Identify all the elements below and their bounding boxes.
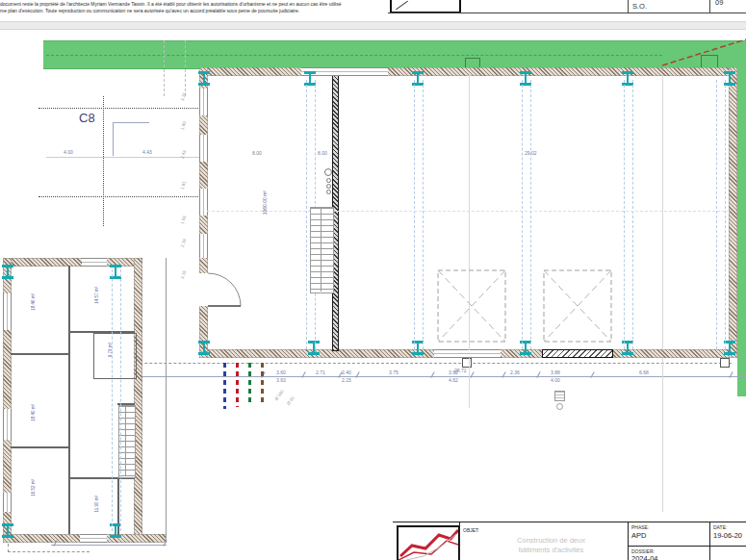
annex-partition <box>11 446 69 448</box>
facade-dim: 3.15 <box>180 92 187 102</box>
door-hardware-dot <box>326 190 331 194</box>
header-rule <box>388 13 746 13</box>
parcel-label: C8 <box>79 111 95 125</box>
projection-line-b <box>185 40 186 96</box>
staircase-main <box>310 207 334 293</box>
site-dim-2: 4.43 <box>142 149 152 155</box>
green-strip-right <box>737 67 746 396</box>
header-logo-stroke <box>396 1 408 10</box>
hall-dim-mid: 8.00 <box>318 150 327 156</box>
window-left-2 <box>199 135 208 162</box>
objet-label: OBJET: <box>463 527 479 533</box>
parcel-boundary-vertical <box>103 96 104 226</box>
dim-value: 3.60 <box>276 369 286 375</box>
annex-wall-right <box>134 258 142 537</box>
hall-dim-width: 29.02 <box>525 150 537 156</box>
dim-value: 2.15 <box>342 377 351 383</box>
room-area-label: 11.90 m² <box>94 496 99 512</box>
drain-symbol <box>554 391 565 401</box>
dim-value: 3.75 <box>389 369 399 375</box>
dim-value: 4.62 <box>449 377 458 383</box>
grid-line-2 <box>662 75 663 350</box>
titleblock-logo-box <box>397 525 460 560</box>
disclaimer-line1: document reste la propriété de l'archite… <box>0 1 387 8</box>
parcel-boundary-top <box>39 108 200 109</box>
disclaimer-text: document reste la propriété de l'archite… <box>0 1 387 14</box>
annex-room-box <box>93 333 137 379</box>
room-area-label: 9.79 m² <box>108 343 113 357</box>
header-divider-2 <box>709 0 710 13</box>
titleblock-divider-2 <box>628 522 629 560</box>
roof-line <box>522 80 523 349</box>
dim-value: 2.40 <box>342 369 351 375</box>
room-area-label: 16.52 m² <box>31 479 36 496</box>
boundary-corner-h <box>8 551 90 552</box>
projection-line-a <box>164 40 165 96</box>
room-area-label: 18.40 m² <box>31 404 36 421</box>
roof-line <box>716 80 717 349</box>
setback-dashed-line <box>58 363 732 364</box>
dim-value: 2.71 <box>316 369 325 375</box>
boundary-marker <box>462 358 472 368</box>
header-so: S.O. <box>632 2 647 11</box>
dim-value: 4.00 <box>551 377 560 383</box>
sheet-gap <box>0 21 746 30</box>
boundary-corner-v <box>8 544 9 552</box>
titleblock-top-rule <box>393 522 746 522</box>
architect-logo <box>399 527 458 560</box>
annex-dim-line <box>51 545 167 546</box>
annex-window-left-2 <box>3 409 12 440</box>
staircase-rail <box>321 207 322 292</box>
phase-label: PHASE: <box>631 524 649 530</box>
staircase-annex-rail <box>125 405 126 476</box>
annex-partition <box>68 266 70 534</box>
boundary-marker <box>720 358 730 368</box>
header-divider-1 <box>628 0 629 13</box>
parcel-boundary-bottom <box>39 196 200 197</box>
dim-value: 3.88 <box>551 369 560 375</box>
utility-line-water <box>223 363 226 409</box>
facade-dim: 3.15 <box>180 270 187 280</box>
hall-dim-left: 8.00 <box>252 150 262 156</box>
project-title: Construction de deux bâtiments d'activit… <box>476 536 626 555</box>
annex-window-left-1 <box>3 293 12 330</box>
dim-value: 6.68 <box>639 369 649 375</box>
site-dim-1: 4.00 <box>64 149 73 155</box>
boundary-dashed-teal <box>46 55 662 56</box>
roof-line <box>632 80 633 349</box>
grid-line-below-2 <box>662 358 663 512</box>
roof-line <box>530 80 531 349</box>
header-logo-box <box>390 0 461 13</box>
dim-value: 2.36 <box>510 369 520 375</box>
drain-circle <box>556 403 563 410</box>
titleblock-divider-3 <box>709 522 710 560</box>
courtyard-edge <box>166 258 167 543</box>
disclaimer-line2: me plan d'exécution. Toute reproduction … <box>0 8 387 14</box>
sectional-door <box>542 349 613 358</box>
door-opening-left <box>199 273 208 306</box>
annex-window-left-3 <box>3 493 12 512</box>
dim-line <box>53 376 746 377</box>
roof-line <box>120 269 121 531</box>
roof-line <box>414 80 415 349</box>
dim-value: 3.92 <box>449 369 458 375</box>
header-number: 09 <box>715 0 723 7</box>
grid-line-1 <box>469 75 470 350</box>
door-hardware-dot <box>326 184 331 189</box>
titleblock-divider-1 <box>459 522 460 560</box>
column-icon <box>308 341 320 355</box>
gate-marker-2 <box>701 55 718 68</box>
column-icon <box>2 265 13 279</box>
annex-window-top <box>82 258 107 267</box>
door-hardware-dot <box>326 178 331 183</box>
room-area-label: 18.46 m² <box>31 293 36 311</box>
facade-dim: 2.19 <box>180 239 187 248</box>
room-area-label: 14.57 m² <box>94 287 99 304</box>
date-value: 19-06-20 <box>713 531 742 540</box>
utility-line-sewer <box>248 363 251 405</box>
annex-door-bottom <box>80 534 107 543</box>
roof-line <box>306 80 307 349</box>
facade-dim: 1.61 <box>180 181 187 191</box>
facade-dim: 1.93 <box>180 216 187 225</box>
window-left-1 <box>199 89 208 115</box>
